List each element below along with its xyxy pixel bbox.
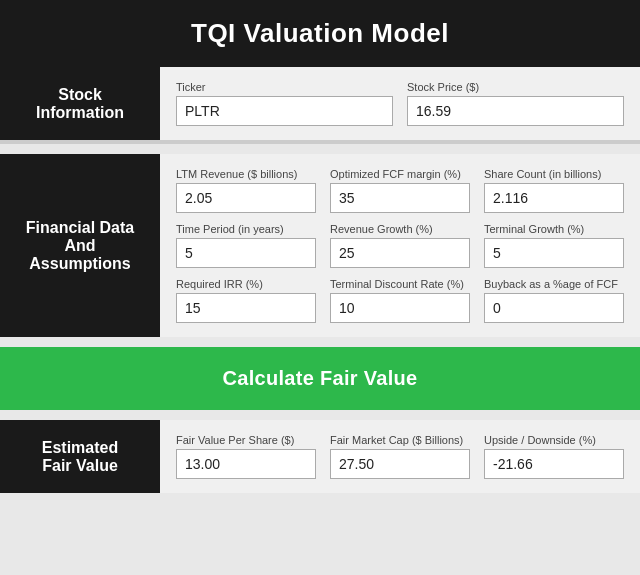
fair-value-per-share-group: Fair Value Per Share ($) (176, 434, 316, 479)
estimated-section-content: Fair Value Per Share ($) Fair Market Cap… (160, 420, 640, 493)
fcf-margin-group: Optimized FCF margin (%) (330, 168, 470, 213)
estimated-section-text: EstimatedFair Value (42, 439, 118, 475)
spacer-2 (0, 337, 640, 347)
calculate-button-row: Calculate Fair Value (0, 347, 640, 410)
fair-market-cap-group: Fair Market Cap ($ Billions) (330, 434, 470, 479)
financial-section-label: Financial DataAndAssumptions (0, 154, 160, 337)
stock-information-label: StockInformation (0, 67, 160, 140)
stock-price-label: Stock Price ($) (407, 81, 624, 93)
calculate-fair-value-button[interactable]: Calculate Fair Value (0, 347, 640, 410)
terminal-growth-input[interactable] (484, 238, 624, 268)
fair-value-per-share-input[interactable] (176, 449, 316, 479)
fair-market-cap-label: Fair Market Cap ($ Billions) (330, 434, 470, 446)
financial-section-content: LTM Revenue ($ billions) Optimized FCF m… (160, 154, 640, 337)
stock-information-section: StockInformation Ticker Stock Price ($) (0, 67, 640, 144)
required-irr-label: Required IRR (%) (176, 278, 316, 290)
share-count-input[interactable] (484, 183, 624, 213)
estimated-fair-value-section: EstimatedFair Value Fair Value Per Share… (0, 420, 640, 493)
terminal-discount-group: Terminal Discount Rate (%) (330, 278, 470, 323)
spacer-3 (0, 410, 640, 420)
ticker-input[interactable] (176, 96, 393, 126)
fair-value-per-share-label: Fair Value Per Share ($) (176, 434, 316, 446)
terminal-discount-label: Terminal Discount Rate (%) (330, 278, 470, 290)
required-irr-group: Required IRR (%) (176, 278, 316, 323)
page-title: TQI Valuation Model (20, 18, 620, 49)
estimated-fields-row: Fair Value Per Share ($) Fair Market Cap… (176, 434, 624, 479)
terminal-growth-label: Terminal Growth (%) (484, 223, 624, 235)
time-period-input[interactable] (176, 238, 316, 268)
financial-section-text: Financial DataAndAssumptions (26, 219, 134, 273)
ticker-field-group: Ticker (176, 81, 393, 126)
terminal-discount-input[interactable] (330, 293, 470, 323)
share-count-group: Share Count (in billions) (484, 168, 624, 213)
ltm-revenue-group: LTM Revenue ($ billions) (176, 168, 316, 213)
stock-fields-row: Ticker Stock Price ($) (176, 81, 624, 126)
fair-market-cap-input[interactable] (330, 449, 470, 479)
spacer-1 (0, 144, 640, 154)
fcf-margin-label: Optimized FCF margin (%) (330, 168, 470, 180)
buyback-group: Buyback as a %age of FCF (484, 278, 624, 323)
fcf-margin-input[interactable] (330, 183, 470, 213)
upside-downside-group: Upside / Downside (%) (484, 434, 624, 479)
financial-data-section: Financial DataAndAssumptions LTM Revenue… (0, 154, 640, 337)
page-header: TQI Valuation Model (0, 0, 640, 67)
ltm-revenue-input[interactable] (176, 183, 316, 213)
time-period-label: Time Period (in years) (176, 223, 316, 235)
financial-row-3: Required IRR (%) Terminal Discount Rate … (176, 278, 624, 323)
upside-downside-input[interactable] (484, 449, 624, 479)
terminal-growth-group: Terminal Growth (%) (484, 223, 624, 268)
stock-price-input[interactable] (407, 96, 624, 126)
financial-row-1: LTM Revenue ($ billions) Optimized FCF m… (176, 168, 624, 213)
buyback-label: Buyback as a %age of FCF (484, 278, 624, 290)
time-period-group: Time Period (in years) (176, 223, 316, 268)
upside-downside-label: Upside / Downside (%) (484, 434, 624, 446)
stock-price-field-group: Stock Price ($) (407, 81, 624, 126)
revenue-growth-group: Revenue Growth (%) (330, 223, 470, 268)
estimated-section-label: EstimatedFair Value (0, 420, 160, 493)
stock-section-text: StockInformation (36, 86, 124, 122)
buyback-input[interactable] (484, 293, 624, 323)
share-count-label: Share Count (in billions) (484, 168, 624, 180)
ltm-revenue-label: LTM Revenue ($ billions) (176, 168, 316, 180)
ticker-label: Ticker (176, 81, 393, 93)
revenue-growth-label: Revenue Growth (%) (330, 223, 470, 235)
financial-row-2: Time Period (in years) Revenue Growth (%… (176, 223, 624, 268)
required-irr-input[interactable] (176, 293, 316, 323)
stock-information-content: Ticker Stock Price ($) (160, 67, 640, 140)
revenue-growth-input[interactable] (330, 238, 470, 268)
